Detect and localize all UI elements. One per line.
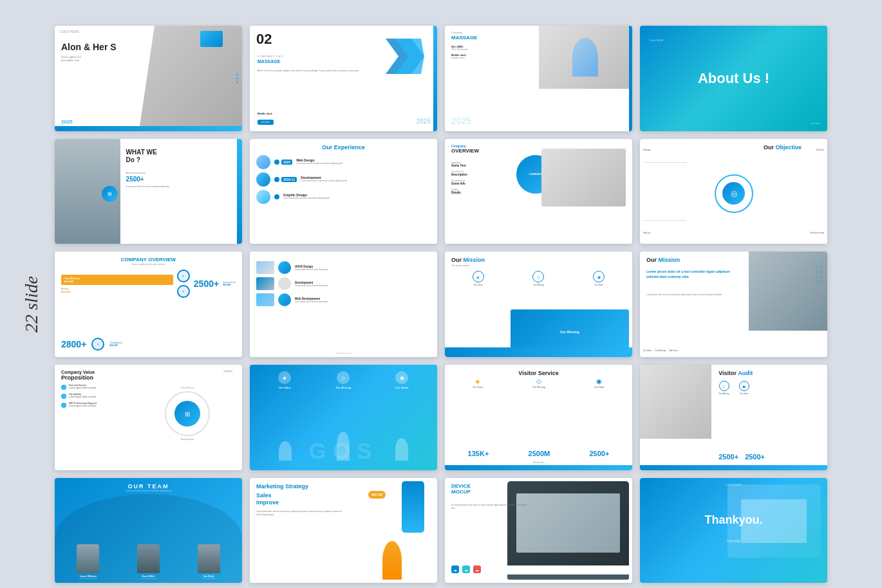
icons-row-11: ◈ Our Vision ◇ Our Winning ◉ Our Value <box>448 271 629 286</box>
step-item-3: Web Development Lorem ipsum dolor sit am… <box>256 293 431 306</box>
mission-accent-12: Mission <box>659 257 680 263</box>
exp-img-1 <box>256 155 270 169</box>
massage-title: MASSAGE <box>451 35 477 41</box>
slide-3: Company MASSAGE No's MBC CEO / Nbc Domai… <box>445 26 632 131</box>
orbit-icon: ◎ <box>731 189 737 198</box>
check-circle-2: ✓ <box>61 394 66 399</box>
icon-label-value: Our Value <box>593 284 605 286</box>
slide-18: Marketing Strategy Sales Improve Lorem i… <box>250 478 437 583</box>
icon-label-vision-14: Our Vision <box>395 386 408 389</box>
b-icon-2: Our Winning <box>655 349 666 352</box>
device-label: DEVICE <box>451 483 471 489</box>
arrow-shape <box>386 39 424 74</box>
sales-improve: Sales Improve <box>256 492 279 506</box>
icon-blue-19: ☁ <box>451 565 459 573</box>
icon-label-winning-15: Our Winning <box>532 386 545 389</box>
slide-14: ◈ Our Value ◇ Our Winning ◉ Our Vision G… <box>250 365 437 470</box>
sales-label: Sales <box>256 492 272 499</box>
what-line1: WHAT WE <box>126 149 157 156</box>
icon-teal-19: ☁ <box>462 565 470 573</box>
icons-col-16: ◇ Our Winning ◉ Our Value <box>718 381 824 395</box>
check-text-1: Fast and SecureLorem ipsum dolor sit ame… <box>69 384 96 389</box>
step-img-3 <box>256 293 274 306</box>
row-stats: Top Delivery$50,000 Advisory $50,000 ◎ ◎… <box>61 270 236 298</box>
ms-title: Marketing Strategy <box>256 483 308 490</box>
building-bg <box>139 26 242 131</box>
step-desc-3: Lorem ipsum dolor sit amet description <box>295 300 328 303</box>
slide-15: Visitor Service ◈ Our Vision ◇ Our Winni… <box>445 365 632 470</box>
slide-4: Extra HERE About Us ! Your Name <box>640 26 827 131</box>
orbit-inner-13: ⊞ <box>174 401 200 427</box>
what-title: WHAT WE Do ? <box>126 149 157 164</box>
orbit-outer: ◎ <box>715 174 753 213</box>
circle-stat-2: ◎ <box>177 285 190 298</box>
icon-item-winning-14: ◇ Our Winning <box>335 371 351 389</box>
obj-bizmodel: Business model <box>811 232 824 234</box>
obj-accent: Objective <box>775 144 802 151</box>
blue-bar <box>237 139 242 244</box>
circle-stats: ◎ ◎ <box>177 270 190 298</box>
icons-row-15: ◈ Our Vision ◇ Our Winning ◉ Our Value <box>448 378 629 389</box>
bottom-bar <box>55 126 242 131</box>
icon-item-value-14: ◈ Our Value <box>278 371 291 389</box>
exp-connector-2: 2019-11 <box>274 177 297 182</box>
improve-label: Improve <box>256 499 279 506</box>
icon-red-19: ☁ <box>473 565 481 573</box>
step-item-1: UI/UX Design Lorem ipsum dolor sit amet … <box>256 261 431 274</box>
development-label: Development <box>165 438 210 441</box>
stat-num: 2500+ <box>126 176 239 183</box>
check-text-2: Top QualityLorem ipsum dolor sit amet <box>69 393 96 398</box>
circle-stat-bottom: ◎ <box>91 338 104 351</box>
icon-c-value: ◉ <box>739 381 749 391</box>
figure-2 <box>337 432 350 461</box>
exp-title: Our Experience <box>322 144 365 151</box>
page-wrapper: 22 slide LOGO HERE Alon & Her S Some tag… <box>55 26 827 583</box>
financial-value: $25.8M <box>223 284 236 286</box>
slide-5: WHAT WE Do ? Work Experience 2500+ Lorem… <box>55 139 242 244</box>
obj-overview: Overview <box>816 149 824 151</box>
step-circle-3 <box>278 293 291 306</box>
stat-block-1: 2500+ <box>718 453 738 461</box>
stat-item-2500m: 2500M <box>529 450 550 457</box>
icon-label-value-15: Our Value <box>594 386 605 389</box>
body-text-12: Lorem ipsum dolor sit amet consectetur a… <box>646 293 743 297</box>
s-num-2: 2500+ <box>745 453 765 461</box>
device-accent: MOCUP <box>451 489 471 495</box>
bottom-bar-15 <box>445 465 632 470</box>
figure-1 <box>279 441 292 461</box>
diagram-labels: True Record ⊞ Development <box>165 387 210 441</box>
true-record: True Record <box>165 387 210 389</box>
big-num: 2800+ <box>61 339 86 349</box>
about-us-text: About Us ! <box>698 70 769 87</box>
co-title-accent: OVERVIEW <box>148 257 176 262</box>
fin-block: Financial Ind $25.8M <box>223 281 236 286</box>
slide-12: Our Mission Lorem ipsum dolor sit a mat … <box>640 252 827 357</box>
see-more-btn[interactable]: See More <box>258 120 274 125</box>
year-tag-2: 2019-11 <box>281 177 297 182</box>
slide-17: OUR TEAM Lorem ipsum dolor sit amet cons… <box>55 478 242 583</box>
icon-col-winning: ◇ Our Winning <box>718 381 729 395</box>
side-bar-right <box>629 26 632 131</box>
year-bottom: 2025 <box>451 116 471 126</box>
exp-title-plain: Our <box>322 144 334 151</box>
year-2025: 2025 <box>417 118 431 125</box>
stats-bottom-16: 2500+ 2500+ <box>718 453 824 461</box>
step-img-1 <box>256 261 274 274</box>
exp-desc-3: Lorem ipsum dolor sit amet consectetur a… <box>283 197 330 200</box>
member-1: James Williams Chief Executive Speaker <box>77 544 99 580</box>
slide-13: Company ValueProposition Highlight ✓ Fas… <box>55 365 242 470</box>
step-circle-1 <box>278 261 291 274</box>
step-circle-2 <box>278 277 291 290</box>
person-img <box>382 541 402 580</box>
exp-item-2: 2019-11 Development Lorem ipsum dolor si… <box>256 172 431 187</box>
stats-row-15: 135K+ 2500M 2500+ <box>448 450 629 457</box>
step-desc-2: Lorem ipsum dolor sit amet description <box>295 284 328 287</box>
tagline: THE END <box>727 539 741 543</box>
icon-circle-winning-14: ◇ <box>337 371 350 384</box>
mission-sub-11: The family service <box>451 264 469 267</box>
slide-16: Visitor Audit ◇ Our Winning ◉ Our Value … <box>640 365 827 470</box>
co-subtitle: Some subtitle text for this section <box>132 263 165 266</box>
slide-6: Our Experience 2023 Web Design Lorem ips… <box>250 139 437 244</box>
slides-grid: LOGO HERE Alon & Her S Some tagline text… <box>55 26 827 583</box>
member-photo-1 <box>77 544 99 573</box>
